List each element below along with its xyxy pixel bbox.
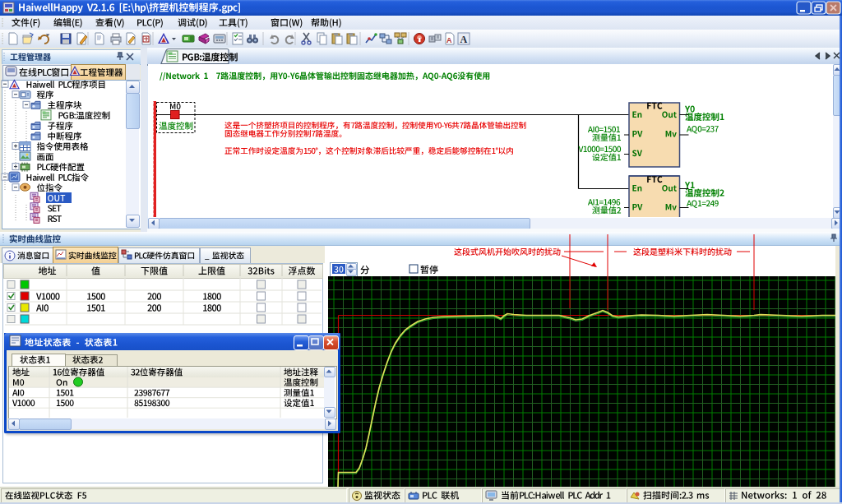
svg-text:A: A [446, 36, 452, 44]
svg-text:A: A [460, 34, 468, 45]
